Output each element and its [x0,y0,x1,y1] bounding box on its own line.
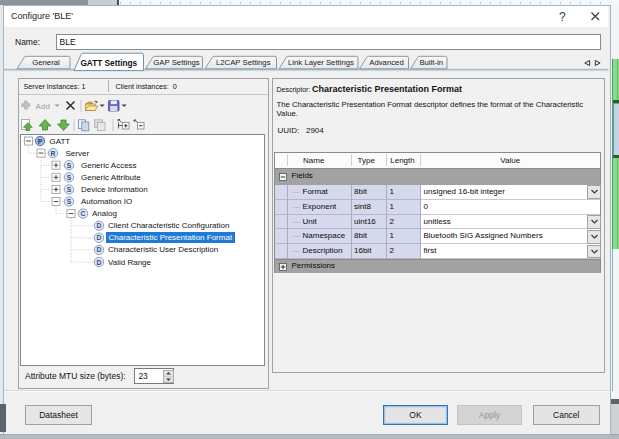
svg-text:S: S [67,186,72,193]
svg-text:S: S [67,174,72,181]
svg-text:D: D [97,222,102,229]
svg-text:S: S [67,162,72,169]
svg-text:D: D [97,246,102,253]
svg-text:R: R [51,150,56,157]
svg-text:P: P [38,138,43,145]
svg-text:C: C [81,210,86,217]
svg-text:S: S [67,198,72,205]
svg-text:D: D [97,259,102,266]
svg-text:D: D [97,234,102,241]
